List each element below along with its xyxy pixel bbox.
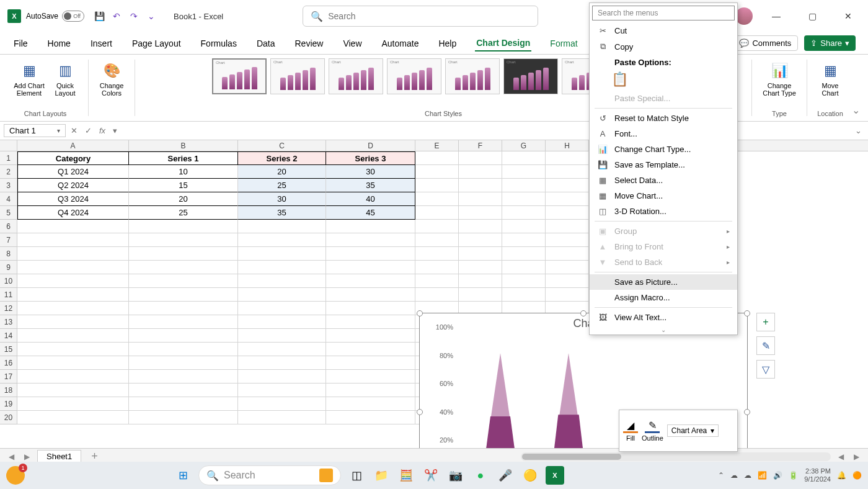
cell[interactable] <box>415 274 459 288</box>
row-header[interactable]: 20 <box>0 411 17 424</box>
search-box[interactable]: 🔍 <box>303 6 538 27</box>
cell[interactable] <box>326 261 415 274</box>
row-header[interactable]: 16 <box>0 356 17 370</box>
formula-input[interactable] <box>122 126 850 135</box>
tray-volume-icon[interactable]: 🔊 <box>773 471 782 480</box>
cell[interactable] <box>17 329 129 343</box>
cell[interactable]: 45 <box>326 206 415 220</box>
chart-filters-button[interactable]: ▽ <box>756 360 775 379</box>
tab-view[interactable]: View <box>342 36 363 51</box>
context-item-cut[interactable]: ✂Cut <box>590 23 737 38</box>
context-item-3-d-rotation[interactable]: ◫3-D Rotation... <box>590 204 737 219</box>
tray-cloud-icon[interactable]: ☁ <box>744 471 751 480</box>
cell[interactable] <box>546 179 589 192</box>
cell[interactable] <box>459 247 502 261</box>
spotify-icon[interactable]: ● <box>471 466 490 485</box>
tab-chart-design[interactable]: Chart Design <box>475 35 531 52</box>
cell[interactable] <box>238 220 326 233</box>
cell[interactable] <box>129 315 238 329</box>
cell[interactable] <box>238 274 326 288</box>
cell[interactable] <box>17 247 129 261</box>
cell[interactable] <box>326 343 415 356</box>
tray-onedrive-icon[interactable]: ☁ <box>730 471 738 480</box>
cell[interactable] <box>238 302 326 315</box>
context-item-move-chart[interactable]: ▦Move Chart... <box>590 188 737 204</box>
cell[interactable] <box>415 192 459 206</box>
cell[interactable] <box>546 220 589 233</box>
cell[interactable] <box>546 233 589 247</box>
cell[interactable] <box>546 192 589 206</box>
cell[interactable] <box>459 233 502 247</box>
tab-formulas[interactable]: Formulas <box>200 36 238 51</box>
quick-layout-button[interactable]: ▥ Quick Layout <box>51 58 79 97</box>
redo-icon[interactable]: ↷ <box>128 10 140 22</box>
column-header[interactable]: B <box>129 140 238 151</box>
chart-handle[interactable] <box>580 310 587 316</box>
autosave-toggle[interactable]: AutoSave Off <box>26 11 84 22</box>
cell[interactable] <box>459 220 502 233</box>
row-header[interactable]: 5 <box>0 206 17 220</box>
close-button[interactable]: ✕ <box>836 7 861 25</box>
column-header[interactable]: G <box>502 140 546 151</box>
fx-icon[interactable]: fx <box>97 126 108 135</box>
cell[interactable] <box>502 233 546 247</box>
cell[interactable] <box>129 384 238 397</box>
row-header[interactable]: 8 <box>0 247 17 261</box>
context-item-font[interactable]: AFont... <box>590 126 737 141</box>
tray-chevron-icon[interactable]: ⌃ <box>718 471 724 480</box>
context-item-save-as-picture[interactable]: Save as Picture... <box>590 274 737 290</box>
chart-elements-button[interactable]: + <box>756 313 775 331</box>
row-header[interactable]: 12 <box>0 302 17 315</box>
cell[interactable] <box>459 192 502 206</box>
taskbar-clock[interactable]: 2:38 PM 9/1/2024 <box>804 467 831 483</box>
undo-icon[interactable]: ↶ <box>110 10 123 22</box>
context-item-save-as-template[interactable]: 💾Save as Template... <box>590 157 737 173</box>
comments-button[interactable]: 💬 Comments <box>732 35 798 51</box>
cell[interactable] <box>502 179 546 192</box>
row-header[interactable]: 7 <box>0 233 17 247</box>
enter-formula-icon[interactable]: ✓ <box>82 126 94 135</box>
move-chart-button[interactable]: ▦ Move Chart <box>816 58 844 97</box>
row-header[interactable]: 1 <box>0 151 17 165</box>
change-chart-type-button[interactable]: 📊 Change Chart Type <box>761 58 798 97</box>
row-header[interactable]: 4 <box>0 192 17 206</box>
cell[interactable] <box>459 206 502 220</box>
cell[interactable] <box>502 151 546 165</box>
tray-battery-icon[interactable]: 🔋 <box>789 471 798 480</box>
cell[interactable] <box>415 151 459 165</box>
cell[interactable] <box>129 411 238 424</box>
cell[interactable] <box>326 233 415 247</box>
cell[interactable]: 30 <box>238 192 326 206</box>
cell[interactable] <box>326 220 415 233</box>
cell[interactable]: 30 <box>326 165 415 179</box>
file-explorer-icon[interactable]: 📁 <box>372 466 391 485</box>
cell[interactable] <box>17 220 129 233</box>
scroll-right-icon[interactable]: ▶ <box>851 452 862 461</box>
cell[interactable] <box>17 288 129 302</box>
chart-element-select[interactable]: Chart Area ▾ <box>667 424 719 437</box>
cell[interactable] <box>238 329 326 343</box>
cell[interactable] <box>459 179 502 192</box>
sheet-nav-prev[interactable]: ◀ <box>6 452 17 461</box>
cell[interactable] <box>129 233 238 247</box>
snipping-tool-icon[interactable]: ✂️ <box>422 466 440 485</box>
cell[interactable] <box>415 233 459 247</box>
cell[interactable] <box>326 370 415 384</box>
cell[interactable] <box>326 329 415 343</box>
cell[interactable] <box>238 315 326 329</box>
tab-home[interactable]: Home <box>46 36 72 51</box>
cell[interactable] <box>129 356 238 370</box>
cell[interactable] <box>326 411 415 424</box>
add-sheet-button[interactable]: + <box>86 450 103 463</box>
cell[interactable] <box>129 397 238 411</box>
cell[interactable] <box>17 411 129 424</box>
column-header[interactable]: C <box>238 140 326 151</box>
cell[interactable] <box>129 288 238 302</box>
chart-handle[interactable] <box>417 310 423 316</box>
sheet-nav-next[interactable]: ▶ <box>22 452 32 461</box>
excel-taskbar-icon[interactable]: X <box>546 466 564 485</box>
name-box-dropdown-icon[interactable]: ▾ <box>57 127 60 134</box>
cell[interactable] <box>238 233 326 247</box>
task-view-icon[interactable]: ◫ <box>347 466 366 485</box>
taskbar-weather-icon[interactable] <box>6 466 25 485</box>
